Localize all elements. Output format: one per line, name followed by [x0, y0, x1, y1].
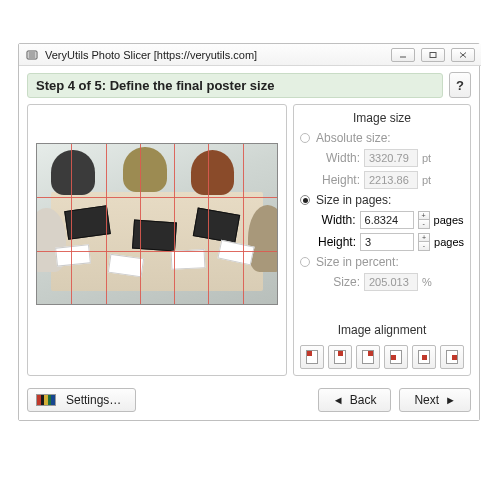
align-middle-left[interactable]	[384, 345, 408, 369]
pages-width-label: Width:	[318, 213, 356, 227]
radio-absolute-size[interactable]: Absolute size:	[300, 131, 464, 145]
window-title: VeryUtils Photo Slicer [https://veryutil…	[45, 49, 257, 61]
abs-height-label: Height:	[318, 173, 360, 187]
pages-height-step-up[interactable]: +	[418, 233, 430, 242]
back-button[interactable]: ◄ Back	[318, 388, 392, 412]
close-button[interactable]	[451, 48, 475, 62]
next-label: Next	[414, 393, 439, 407]
radio-icon	[300, 257, 310, 267]
svg-rect-5	[430, 52, 436, 57]
app-icon	[25, 48, 39, 62]
pages-height-input[interactable]	[360, 233, 414, 251]
grid-line	[174, 144, 175, 304]
radio-absolute-label: Absolute size:	[316, 131, 391, 145]
grid-line	[37, 251, 277, 252]
abs-width-input	[364, 149, 418, 167]
grid-line	[140, 144, 141, 304]
back-label: Back	[350, 393, 377, 407]
radio-icon	[300, 133, 310, 143]
align-middle-center[interactable]	[412, 345, 436, 369]
radio-percent-label: Size in percent:	[316, 255, 399, 269]
image-size-title: Image size	[300, 111, 464, 125]
svg-rect-2	[29, 54, 36, 55]
svg-rect-3	[29, 56, 36, 57]
abs-width-unit: pt	[422, 152, 456, 164]
grid-line	[71, 144, 72, 304]
pages-width-input[interactable]	[360, 211, 414, 229]
maximize-button[interactable]	[421, 48, 445, 62]
bottom-bar: Settings… ◄ Back Next ►	[27, 386, 471, 414]
preview-image	[36, 143, 278, 305]
percent-size-input	[364, 273, 418, 291]
abs-height-input	[364, 171, 418, 189]
radio-icon	[300, 195, 310, 205]
arrow-left-icon: ◄	[333, 394, 344, 406]
svg-rect-1	[29, 52, 36, 53]
radio-size-in-pages[interactable]: Size in pages:	[300, 193, 464, 207]
percent-size-unit: %	[422, 276, 456, 288]
radio-pages-label: Size in pages:	[316, 193, 391, 207]
settings-label: Settings…	[66, 393, 121, 407]
next-button[interactable]: Next ►	[399, 388, 471, 412]
minimize-button[interactable]	[391, 48, 415, 62]
radio-size-in-percent[interactable]: Size in percent:	[300, 255, 464, 269]
abs-width-label: Width:	[318, 151, 360, 165]
grid-line	[208, 144, 209, 304]
pages-height-label: Height:	[318, 235, 356, 249]
pages-height-step-down[interactable]: -	[418, 242, 430, 251]
grid-line	[37, 197, 277, 198]
image-alignment-title: Image alignment	[300, 323, 464, 337]
size-panel: Image size Absolute size: Width: pt Heig…	[293, 104, 471, 376]
align-top-center[interactable]	[328, 345, 352, 369]
title-bar: VeryUtils Photo Slicer [https://veryutil…	[19, 44, 481, 66]
percent-size-label: Size:	[318, 275, 360, 289]
abs-height-unit: pt	[422, 174, 456, 186]
align-top-left[interactable]	[300, 345, 324, 369]
pages-width-unit: pages	[434, 214, 464, 226]
pages-height-unit: pages	[434, 236, 464, 248]
settings-button[interactable]: Settings…	[27, 388, 136, 412]
flags-icon	[36, 394, 56, 406]
align-top-right[interactable]	[356, 345, 380, 369]
align-middle-right[interactable]	[440, 345, 464, 369]
help-button[interactable]: ?	[449, 72, 471, 98]
pages-width-step-up[interactable]: +	[418, 211, 430, 220]
preview-pane	[27, 104, 287, 376]
step-heading: Step 4 of 5: Define the final poster siz…	[27, 73, 443, 98]
pages-width-step-down[interactable]: -	[418, 220, 430, 229]
alignment-buttons	[300, 345, 464, 369]
grid-line	[106, 144, 107, 304]
arrow-right-icon: ►	[445, 394, 456, 406]
grid-line	[243, 144, 244, 304]
window-content: Step 4 of 5: Define the final poster siz…	[19, 66, 479, 420]
